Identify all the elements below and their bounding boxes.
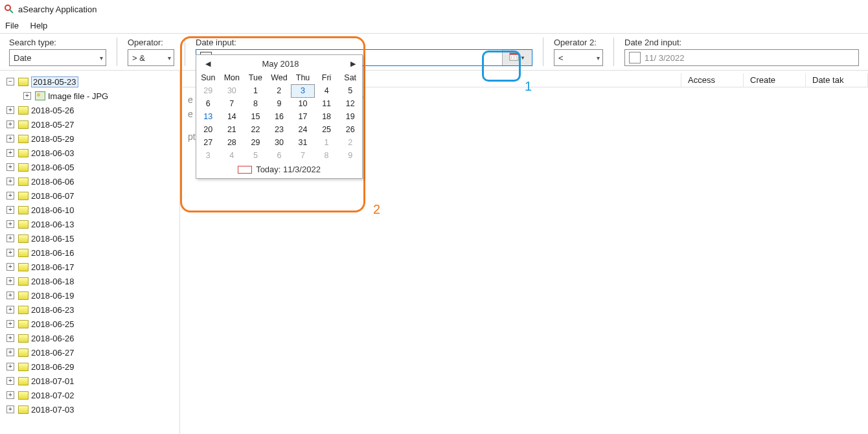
calendar-day[interactable]: 10 (291, 97, 315, 110)
tree-child-item[interactable]: +Image file - JPG (6, 89, 177, 103)
tree-item[interactable]: +2018-05-27 (6, 117, 177, 131)
tree-item[interactable]: +2018-06-07 (6, 188, 177, 203)
calendar-day[interactable]: 13 (196, 110, 220, 123)
calendar-day[interactable]: 29 (196, 84, 220, 97)
tree-expand-icon[interactable]: + (6, 263, 14, 271)
menu-file[interactable]: File (5, 21, 19, 30)
tree-item[interactable]: +2018-06-29 (6, 360, 177, 374)
calendar-day[interactable]: 1 (244, 84, 268, 97)
calendar-day[interactable]: 20 (196, 123, 220, 136)
list-header-col[interactable]: Access (681, 73, 744, 87)
calendar-day[interactable]: 29 (244, 136, 268, 149)
tree-item[interactable]: +2018-06-27 (6, 345, 177, 360)
tree-expand-icon[interactable]: + (6, 192, 14, 200)
list-header-col[interactable]: Date tak (806, 73, 868, 87)
tree-expand-icon[interactable]: + (23, 92, 31, 100)
calendar-day[interactable]: 15 (244, 110, 268, 123)
calendar-day[interactable]: 9 (338, 149, 362, 162)
calendar-day[interactable]: 19 (338, 110, 362, 123)
calendar-day[interactable]: 7 (291, 149, 315, 162)
tree-expand-icon[interactable]: + (6, 220, 14, 228)
calendar-day[interactable]: 28 (220, 136, 244, 149)
calendar-day[interactable]: 1 (315, 136, 339, 149)
menu-help[interactable]: Help (30, 21, 48, 30)
calendar-day[interactable]: 4 (220, 149, 244, 162)
calendar-day[interactable]: 17 (291, 110, 315, 123)
tree-item[interactable]: +2018-06-03 (6, 146, 177, 160)
tree-expand-icon[interactable]: + (6, 348, 14, 356)
calendar-day[interactable]: 7 (220, 97, 244, 110)
tree-item[interactable]: +2018-05-26 (6, 103, 177, 117)
tree-item[interactable]: +2018-05-29 (6, 131, 177, 146)
tree-item[interactable]: +2018-06-23 (6, 303, 177, 317)
calendar-day[interactable]: 12 (338, 97, 362, 110)
calendar-day[interactable]: 3 (291, 84, 315, 97)
tree-expand-icon[interactable]: + (6, 135, 14, 143)
calendar-day[interactable]: 6 (268, 149, 291, 162)
calendar-day[interactable]: 9 (268, 97, 291, 110)
operator-select[interactable]: > & ▾ (128, 49, 174, 66)
tree-item[interactable]: −2018-05-23 (6, 74, 177, 89)
tree-expand-icon[interactable]: + (6, 291, 14, 299)
tree-expand-icon[interactable]: + (6, 120, 14, 128)
calendar-day[interactable]: 2 (338, 136, 362, 149)
calendar-day[interactable]: 5 (244, 149, 268, 162)
operator2-select[interactable]: < ▾ (554, 49, 603, 66)
tree-expand-icon[interactable]: + (6, 377, 14, 385)
tree-panel[interactable]: −2018-05-23+Image file - JPG+2018-05-26+… (0, 71, 180, 434)
calendar-day[interactable]: 27 (196, 136, 220, 149)
tree-item[interactable]: +2018-06-16 (6, 246, 177, 260)
tree-expand-icon[interactable]: + (6, 249, 14, 257)
calendar-day[interactable]: 26 (338, 123, 362, 136)
calendar-today-row[interactable]: Today: 11/3/2022 (196, 162, 362, 178)
date2-input-checkbox[interactable] (629, 52, 641, 63)
tree-item[interactable]: +2018-06-19 (6, 288, 177, 303)
tree-item[interactable]: +2018-06-06 (6, 174, 177, 188)
calendar-prev-button[interactable]: ◀ (205, 60, 211, 68)
tree-expand-icon[interactable]: + (6, 334, 14, 342)
tree-item[interactable]: +2018-06-26 (6, 331, 177, 345)
calendar-day[interactable]: 30 (268, 136, 291, 149)
calendar-day[interactable]: 23 (268, 123, 291, 136)
search-type-select[interactable]: Date ▾ (9, 49, 106, 66)
tree-item[interactable]: +2018-06-17 (6, 260, 177, 274)
tree-expand-icon[interactable]: + (6, 363, 14, 371)
calendar-day[interactable]: 30 (220, 84, 244, 97)
tree-collapse-icon[interactable]: − (6, 78, 14, 86)
tree-item[interactable]: +2018-06-15 (6, 231, 177, 246)
tree-item[interactable]: +2018-07-01 (6, 374, 177, 388)
tree-expand-icon[interactable]: + (6, 391, 14, 399)
calendar-day[interactable]: 16 (268, 110, 291, 123)
calendar-day[interactable]: 31 (291, 136, 315, 149)
tree-expand-icon[interactable]: + (6, 405, 14, 413)
calendar-day[interactable]: 18 (315, 110, 339, 123)
calendar-next-button[interactable]: ▶ (350, 60, 356, 68)
tree-expand-icon[interactable]: + (6, 163, 14, 171)
calendar-day[interactable]: 14 (220, 110, 244, 123)
tree-expand-icon[interactable]: + (6, 177, 14, 185)
list-header-col[interactable]: Create (744, 73, 806, 87)
tree-item[interactable]: +2018-06-25 (6, 317, 177, 331)
calendar-day[interactable]: 21 (220, 123, 244, 136)
tree-expand-icon[interactable]: + (6, 234, 14, 242)
calendar-day[interactable]: 25 (315, 123, 339, 136)
tree-item[interactable]: +2018-06-13 (6, 217, 177, 231)
calendar-day[interactable]: 22 (244, 123, 268, 136)
calendar-day[interactable]: 24 (291, 123, 315, 136)
tree-expand-icon[interactable]: + (6, 206, 14, 214)
tree-expand-icon[interactable]: + (6, 277, 14, 285)
calendar-day[interactable]: 2 (268, 84, 291, 97)
tree-expand-icon[interactable]: + (6, 106, 14, 114)
tree-expand-icon[interactable]: + (6, 149, 14, 157)
tree-item[interactable]: +2018-06-10 (6, 203, 177, 217)
calendar-day[interactable]: 8 (315, 149, 339, 162)
calendar-day[interactable]: 6 (196, 97, 220, 110)
tree-item[interactable]: +2018-06-05 (6, 160, 177, 174)
tree-expand-icon[interactable]: + (6, 306, 14, 314)
tree-item[interactable]: +2018-07-02 (6, 388, 177, 402)
date2-input[interactable]: 11/ 3/2022 (624, 49, 859, 66)
calendar-day[interactable]: 8 (244, 97, 268, 110)
tree-expand-icon[interactable]: + (6, 320, 14, 328)
tree-item[interactable]: +2018-06-18 (6, 274, 177, 288)
calendar-day[interactable]: 4 (315, 84, 339, 97)
